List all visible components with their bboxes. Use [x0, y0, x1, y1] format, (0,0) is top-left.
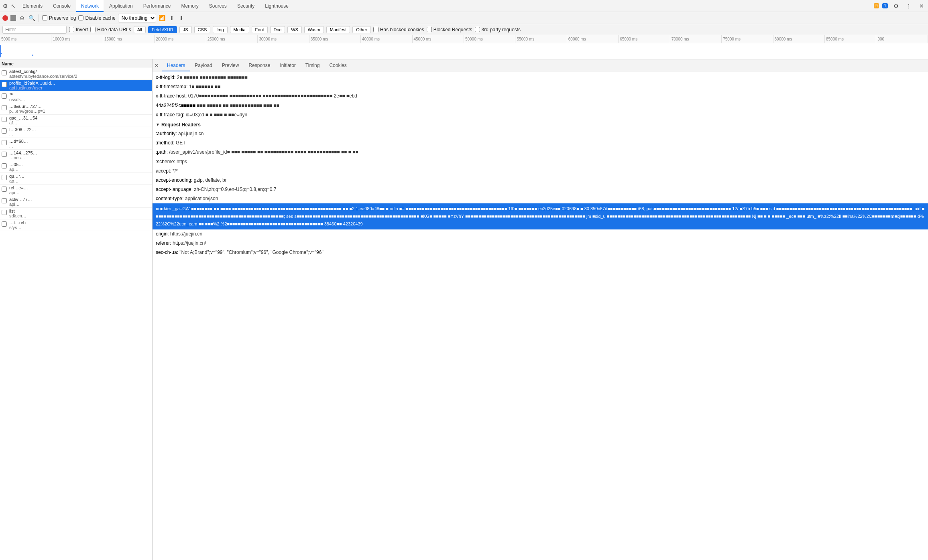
request-info: rel…e=… api…	[9, 185, 151, 195]
request-item[interactable]: activ…77… api…	[0, 196, 152, 208]
request-checkbox[interactable]	[2, 140, 7, 145]
detail-tab-cookies[interactable]: Cookies	[324, 59, 351, 71]
request-checkbox[interactable]	[2, 198, 7, 203]
has-blocked-cookies-checkbox[interactable]	[373, 27, 379, 32]
wifi-icon[interactable]: 📶	[159, 14, 166, 22]
request-item[interactable]: list sdk.cn…	[0, 208, 152, 219]
element-picker-icon[interactable]: ↖	[10, 2, 17, 10]
disable-cache-label[interactable]: Disable cache	[78, 15, 115, 21]
request-checkbox[interactable]	[2, 163, 7, 168]
has-blocked-cookies-label[interactable]: Has blocked cookies	[373, 27, 424, 32]
filter-wasm[interactable]: Wasm	[304, 26, 324, 33]
request-checkbox[interactable]	[2, 70, 7, 75]
ruler-tick: 60000 ms	[567, 35, 619, 43]
close-devtools-icon[interactable]: ✕	[917, 1, 926, 11]
preserve-log-label[interactable]: Preserve log	[42, 15, 76, 21]
detail-tab-headers[interactable]: Headers	[162, 59, 190, 71]
tab-application[interactable]: Application	[104, 0, 138, 12]
request-checkbox[interactable]	[2, 187, 7, 192]
tab-sources[interactable]: Sources	[204, 0, 232, 12]
request-checkbox[interactable]	[2, 128, 7, 134]
tab-console[interactable]: Console	[48, 0, 75, 12]
request-item[interactable]: qu…r… ap…	[0, 173, 152, 185]
header-name: :path:	[156, 149, 169, 155]
request-checkbox[interactable]	[2, 117, 7, 122]
hide-data-urls-checkbox[interactable]	[90, 27, 96, 32]
request-item[interactable]: profile_id?aid=…uuid… api.juejin.cn/user	[0, 80, 152, 91]
tab-memory[interactable]: Memory	[177, 0, 204, 12]
third-party-checkbox[interactable]	[475, 27, 480, 32]
header-value: application/json	[185, 196, 218, 201]
throttle-select[interactable]: No throttling	[118, 14, 156, 22]
request-item[interactable]: rel…e=… api…	[0, 185, 152, 196]
blocked-requests-checkbox[interactable]	[427, 27, 432, 32]
footer-header-row: referer: https://juejin.cn/	[156, 239, 925, 248]
request-item[interactable]: …05… ap…	[0, 161, 152, 173]
tab-elements[interactable]: Elements	[18, 0, 47, 12]
invert-checkbox-label[interactable]: Invert	[69, 27, 88, 32]
chart-dot-1	[1, 53, 2, 54]
record-button[interactable]	[2, 15, 8, 21]
tab-network[interactable]: Network	[76, 0, 104, 12]
request-header-row: accept-language: zh-CN,zh;q=0.9,en-US;q=…	[156, 185, 925, 194]
request-checkbox[interactable]	[2, 82, 7, 87]
request-item[interactable]: f…308…72… ...	[0, 126, 152, 138]
detail-tab-payload[interactable]: Payload	[190, 59, 217, 71]
settings-icon[interactable]: ⚙	[891, 1, 901, 11]
header-value: gzip, deflate, br	[194, 177, 227, 183]
detail-tab-preview[interactable]: Preview	[217, 59, 244, 71]
request-checkbox[interactable]	[2, 105, 7, 110]
stop-button[interactable]	[10, 15, 16, 21]
request-item[interactable]: …t…reb s/ys…	[0, 219, 152, 231]
filter-other[interactable]: Other	[352, 26, 371, 33]
preserve-log-checkbox[interactable]	[42, 15, 47, 20]
export-icon[interactable]: ⬇	[178, 14, 185, 22]
request-checkbox[interactable]	[2, 210, 7, 215]
ruler-tick: 900	[876, 35, 928, 43]
filter-media[interactable]: Media	[230, 26, 249, 33]
request-name: list	[9, 209, 151, 213]
filter-css[interactable]: CSS	[194, 26, 211, 33]
request-checkbox[interactable]	[2, 175, 7, 180]
details-content: x-tt-logid: 2■ ■■■■■ ■■■■■■■■■ ■■■■■■■x-…	[153, 71, 928, 259]
request-item[interactable]: …d=68… ...	[0, 138, 152, 150]
import-icon[interactable]: ⬆	[168, 14, 175, 22]
filter-img[interactable]: Img	[213, 26, 227, 33]
third-party-label[interactable]: 3rd-party requests	[475, 27, 521, 32]
close-details-icon[interactable]: ✕	[154, 62, 159, 69]
request-item[interactable]: ™ nssdk…	[0, 91, 152, 103]
filter-input[interactable]	[2, 26, 67, 34]
more-options-icon[interactable]: ⋮	[904, 1, 914, 11]
tab-performance[interactable]: Performance	[138, 0, 176, 12]
tab-security[interactable]: Security	[232, 0, 259, 12]
header-value: /user_api/v1/user/profile_id■ ■■■ ■■■■■ …	[169, 149, 358, 155]
disable-cache-checkbox[interactable]	[78, 15, 83, 20]
detail-tab-response[interactable]: Response	[244, 59, 275, 71]
filter-icon[interactable]: ⊖	[18, 14, 26, 22]
request-item[interactable]: …144…275… …nes…	[0, 150, 152, 161]
blocked-requests-label[interactable]: Blocked Requests	[427, 27, 472, 32]
request-checkbox[interactable]	[2, 93, 7, 99]
detail-tab-initiator[interactable]: Initiator	[275, 59, 300, 71]
header-name: 44a3245f2c■■■■■	[156, 103, 197, 108]
request-item[interactable]: gac_…31…54 af…	[0, 115, 152, 126]
filter-fetch-xhr[interactable]: Fetch/XHR	[148, 26, 177, 33]
request-checkbox[interactable]	[2, 152, 7, 157]
header-name: x-tt-timestamp:	[156, 84, 189, 89]
filter-font[interactable]: Font	[252, 26, 268, 33]
filter-manifest[interactable]: Manifest	[326, 26, 350, 33]
request-item[interactable]: abtest_config/ abtestvm.bytedance.com/se…	[0, 68, 152, 80]
tab-lighthouse[interactable]: Lighthouse	[260, 0, 293, 12]
filter-doc[interactable]: Doc	[270, 26, 285, 33]
hide-data-urls-label[interactable]: Hide data URLs	[90, 27, 131, 32]
response-header-row: x-tt-timestamp: 1■ ■■■■■■ ■■	[156, 82, 925, 91]
filter-all[interactable]: All	[134, 26, 146, 33]
filter-ws[interactable]: WS	[287, 26, 302, 33]
search-icon[interactable]: 🔍	[28, 14, 35, 22]
filter-js[interactable]: JS	[179, 26, 192, 33]
request-item[interactable]: …8&uur…727… p…env/grou…p=1	[0, 103, 152, 115]
request-checkbox[interactable]	[2, 221, 7, 227]
detail-tab-timing[interactable]: Timing	[301, 59, 325, 71]
header-value: api.juejin.cn	[178, 131, 204, 136]
invert-checkbox[interactable]	[69, 27, 74, 32]
